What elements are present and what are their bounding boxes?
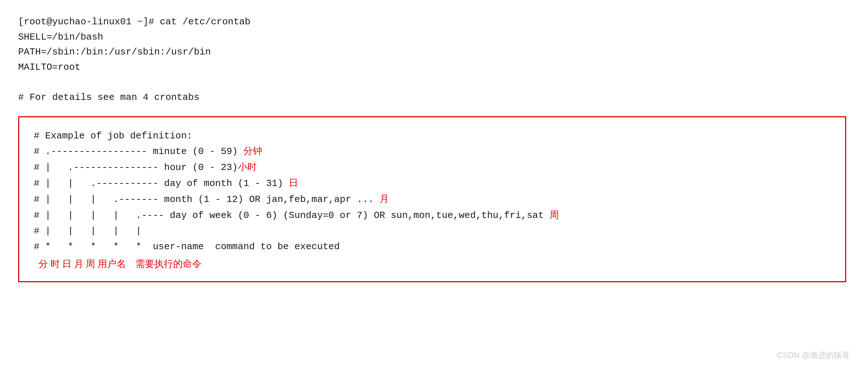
box-line-3: # | .--------------- hour (0 - 23)小时 [34,159,831,175]
box-line-8: # * * * * * user-name command to be exec… [34,239,831,255]
line-mailto: MAILTO=root [18,60,850,75]
cron-definition-box: # Example of job definition: # .--------… [18,116,846,282]
terminal-output: [root@yuchao-linux01 ~]# cat /etc/cronta… [18,15,850,282]
box-line-6: # | | | | .---- day of week (0 - 6) (Sun… [34,207,831,223]
line-empty1 [18,75,850,90]
pre-box-content: [root@yuchao-linux01 ~]# cat /etc/cronta… [18,15,850,105]
box-line-5: # | | | .------- month (1 - 12) OR jan,f… [34,191,831,207]
box-line-7: # | | | | | [34,223,831,239]
annotation-bottom: 分 时 日 月 周 用户名 需要执行的命令 [34,258,831,270]
line-command: [root@yuchao-linux01 ~]# cat /etc/cronta… [18,15,850,30]
watermark: CSDN @激进的猿哥 [777,350,850,361]
line-details: # For details see man 4 crontabs [18,90,850,105]
box-line-2: # .----------------- minute (0 - 59) 分钟 [34,143,831,159]
line-path: PATH=/sbin:/bin:/usr/sbin:/usr/bin [18,45,850,60]
box-line-1: # Example of job definition: [34,128,831,144]
line-shell: SHELL=/bin/bash [18,30,850,45]
box-line-4: # | | .----------- day of month (1 - 31)… [34,175,831,191]
